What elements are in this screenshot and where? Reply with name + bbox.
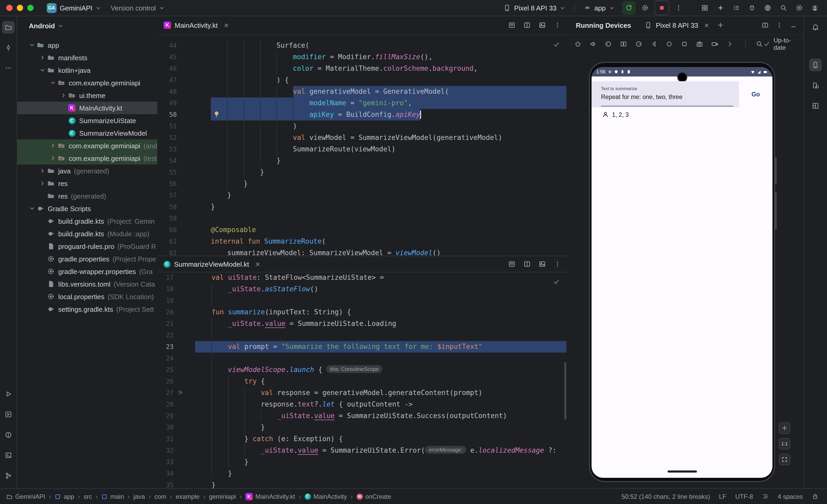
editor-options-icon[interactable] (554, 260, 561, 268)
tree-item-gradle-wrapper-properties-gra[interactable]: gradle-wrapper.properties(Gra (17, 265, 157, 278)
code-line-49[interactable]: 49 modelName = "gemini-pro", (157, 98, 568, 109)
line-number[interactable]: 58 (157, 201, 177, 213)
zoom-fit-button[interactable] (779, 454, 790, 465)
line-number[interactable]: 22 (157, 330, 174, 341)
record-icon[interactable] (709, 38, 721, 50)
chevron-down-icon[interactable] (28, 205, 36, 212)
tree-item-app[interactable]: app (17, 39, 157, 51)
line-number[interactable]: 54 (157, 155, 177, 167)
indent-size[interactable]: 4 spaces (778, 493, 803, 500)
line-number[interactable]: 31 (157, 433, 174, 445)
code-editor-mainactivity[interactable]: 44 Surface(45 modifier = Modifier.fillMa… (157, 35, 568, 256)
add-device-button[interactable] (717, 21, 725, 29)
project-view-selector[interactable]: Android (17, 16, 157, 36)
line-number[interactable]: 18 (157, 283, 174, 295)
breadcrumb-example[interactable]: example (176, 493, 200, 500)
rotate-left-icon[interactable] (602, 38, 615, 50)
code-line-33[interactable]: 33 } (157, 456, 568, 468)
code-line-22[interactable]: 22 (157, 330, 568, 341)
inspections-ok-icon[interactable] (553, 41, 560, 48)
inspections-ok-icon[interactable] (553, 278, 560, 285)
tree-item-settings-gradle-kts-project-sett[interactable]: settings.gradle.kts(Project Sett (17, 303, 157, 316)
code-line-21[interactable]: 21 _uiState.value = SummarizeUiState.Loa… (157, 318, 568, 330)
tree-item-build-gradle-kts-module-app[interactable]: build.gradle.kts(Module :app) (17, 227, 157, 240)
tree-item-mainactivity-kt[interactable]: KMainActivity.kt (17, 102, 157, 114)
line-number[interactable]: 20 (157, 306, 174, 318)
version-control-menu[interactable]: Version control (106, 2, 169, 14)
code-line-58[interactable]: 58} (157, 201, 568, 213)
line-number[interactable]: 45 (157, 51, 177, 63)
summarize-input-field[interactable]: Text to summarize Repeat for me: one, tw… (591, 81, 739, 107)
design-preview-icon[interactable] (539, 21, 546, 29)
line-number[interactable]: 29 (157, 410, 174, 422)
line-number[interactable]: 24 (157, 352, 174, 364)
minimize-window-button[interactable] (17, 5, 23, 11)
code-line-26[interactable]: 26 try { (157, 376, 568, 387)
chevron-down-icon[interactable] (38, 67, 47, 73)
code-line-24[interactable]: 24 (157, 352, 568, 364)
line-number[interactable]: 26 (157, 376, 174, 387)
services-icon[interactable] (2, 408, 15, 421)
line-number[interactable]: 28 (157, 399, 174, 410)
close-window-button[interactable] (6, 5, 12, 11)
profiler-button[interactable] (638, 1, 652, 15)
more-icon[interactable] (2, 62, 15, 74)
breadcrumb-geminiapi[interactable]: GeminiAPI (6, 493, 45, 500)
line-number[interactable]: 52 (157, 132, 177, 144)
breadcrumb-mainactivity-kt[interactable]: KMainActivity.kt (245, 493, 295, 500)
breadcrumb-mainactivity[interactable]: CMainActivity (304, 493, 347, 500)
breadcrumb-app[interactable]: app (55, 493, 74, 500)
line-number[interactable]: 62 (157, 247, 177, 256)
code-editor-summarizeviewmodel[interactable]: 17 val uiState: StateFlow<SummarizeUiSta… (157, 272, 568, 489)
tree-item-com-example-geminiapi-and[interactable]: com.example.geminiapi(and (17, 139, 157, 152)
code-line-44[interactable]: 44 Surface( (157, 40, 568, 51)
code-line-53[interactable]: 53 SummarizeRoute(viewModel) (157, 144, 568, 155)
tree-item-res[interactable]: res (17, 177, 157, 190)
plugins-icon[interactable] (745, 1, 759, 15)
line-number[interactable]: 23 (157, 341, 174, 352)
editor-options-icon[interactable] (554, 21, 561, 29)
breadcrumb-main[interactable]: main (101, 493, 124, 500)
zoom-reset-button[interactable]: 1:1 (779, 438, 790, 450)
line-number[interactable]: 19 (157, 295, 174, 306)
close-tab-icon[interactable] (255, 261, 261, 267)
code-line-57[interactable]: 57 } (157, 190, 568, 201)
power-icon[interactable] (572, 38, 584, 50)
caret-position[interactable]: 50:52 (140 chars, 2 line breaks) (622, 493, 710, 500)
avatar-icon[interactable] (808, 1, 822, 15)
line-number[interactable]: 46 (157, 63, 177, 74)
line-number[interactable]: 60 (157, 224, 177, 236)
tree-item-gradle-properties-project-prope[interactable]: gradle.properties(Project Prope (17, 253, 157, 265)
settings-icon[interactable] (792, 1, 806, 15)
line-number[interactable]: 47 (157, 74, 177, 86)
line-number[interactable]: 56 (157, 178, 177, 190)
overview-icon[interactable] (678, 38, 691, 50)
line-number[interactable]: 33 (157, 456, 174, 468)
code-line-19[interactable]: 19 (157, 295, 568, 306)
line-number[interactable]: 49 (157, 98, 177, 109)
layout-grid-icon[interactable] (698, 1, 712, 15)
code-line-60[interactable]: 60@Composable (157, 224, 568, 236)
breadcrumb-java[interactable]: java (134, 493, 145, 500)
notifications-icon[interactable] (809, 21, 822, 34)
code-line-59[interactable]: 59 (157, 213, 568, 224)
line-number[interactable]: 17 (157, 272, 174, 283)
split-view-icon[interactable] (523, 260, 531, 268)
split-view-icon[interactable] (523, 21, 531, 29)
git-branch-icon[interactable] (2, 469, 15, 482)
tree-item-com-example-geminiapi-test[interactable]: com.example.geminiapi(test (17, 152, 157, 165)
zoom-in-button[interactable] (779, 422, 790, 434)
go-button[interactable]: Go (739, 81, 773, 107)
breadcrumb-oncreate[interactable]: monCreate (356, 493, 391, 500)
line-number[interactable]: 53 (157, 144, 177, 155)
tree-item-build-gradle-kts-project-gemin[interactable]: build.gradle.kts(Project: Gemin (17, 215, 157, 227)
gutter-marker-icon[interactable] (177, 389, 184, 396)
project-selector[interactable]: GA GeminiAPI (42, 2, 106, 14)
code-line-32[interactable]: 32 _uiState.value = SummarizeUiState.Err… (157, 445, 568, 456)
line-number[interactable]: 44 (157, 40, 177, 51)
code-line-27[interactable]: 27 val response = generativeModel.genera… (157, 387, 568, 399)
code-line-48[interactable]: 48 val generativeModel = GenerativeModel… (157, 86, 568, 98)
line-number[interactable]: 55 (157, 167, 177, 178)
tree-item-ui-theme[interactable]: ui.theme (17, 89, 157, 102)
breadcrumb-com[interactable]: com (154, 493, 166, 500)
